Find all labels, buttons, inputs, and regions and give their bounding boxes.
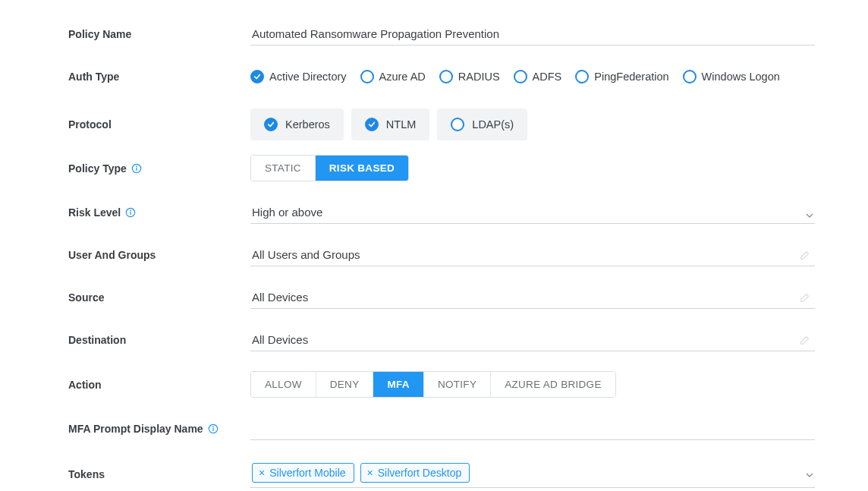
auth-type-option-label: ADFS [533,71,562,83]
checkbox-checked-icon [365,118,379,131]
svg-point-7 [212,426,214,428]
info-icon[interactable] [208,423,219,434]
row-protocol: Protocol KerberosNTLMLDAP(s) [68,108,815,141]
action-option[interactable]: DENY [316,372,374,397]
label-tokens: Tokens [68,468,250,480]
policy-type-option[interactable]: RISK BASED [316,156,408,181]
radio-checked-icon [250,70,264,83]
protocol-option-label: NTLM [386,118,416,131]
auth-type-option[interactable]: RADIUS [439,70,500,83]
chevron-down-icon [806,209,813,216]
label-mfa-prompt-text: MFA Prompt Display Name [68,423,203,435]
auth-type-option-label: Azure AD [379,71,426,83]
label-auth-type: Auth Type [68,71,250,83]
chevron-down-icon [806,469,813,477]
risk-level-select[interactable]: High or above [250,201,815,224]
tokens-multiselect[interactable]: ×Silverfort Mobile×Silverfort Desktop [250,460,815,488]
token-chip[interactable]: ×Silverfort Desktop [360,463,470,483]
label-risk-level: Risk Level [68,206,250,219]
token-chip[interactable]: ×Silverfort Mobile [252,463,354,483]
row-destination: Destination All Devices [68,329,815,351]
radio-unchecked-icon [514,70,527,83]
protocol-option[interactable]: NTLM [351,109,429,140]
pencil-icon[interactable] [800,335,810,345]
mfa-prompt-input[interactable] [250,417,815,440]
auth-type-group: Active DirectoryAzure ADRADIUSADFSPingFe… [250,70,780,83]
token-chip-label: Silverfort Mobile [269,467,345,479]
label-policy-type-text: Policy Type [68,162,127,175]
checkbox-checked-icon [264,118,278,131]
protocol-option-label: Kerberos [285,118,330,131]
destination-field[interactable]: All Devices [250,329,815,351]
label-user-groups: User And Groups [68,249,250,261]
info-icon[interactable] [125,207,136,218]
user-groups-value: All Users and Groups [252,248,360,261]
policy-name-input[interactable] [250,23,815,46]
action-option[interactable]: ALLOW [251,372,316,397]
auth-type-option[interactable]: Windows Logon [683,70,780,83]
radio-unchecked-icon [439,70,453,83]
auth-type-option[interactable]: PingFederation [575,70,668,83]
protocol-option-label: LDAP(s) [472,118,514,131]
svg-rect-2 [136,167,137,170]
label-protocol: Protocol [68,118,250,131]
label-policy-name: Policy Name [68,28,250,40]
row-policy-name: Policy Name [68,23,815,46]
radio-unchecked-icon [683,70,697,83]
protocol-group: KerberosNTLMLDAP(s) [250,109,527,140]
destination-value: All Devices [252,333,308,346]
svg-point-1 [136,165,137,167]
row-auth-type: Auth Type Active DirectoryAzure ADRADIUS… [68,65,815,88]
radio-unchecked-icon [575,70,589,83]
auth-type-option-label: RADIUS [458,71,500,83]
info-icon[interactable] [131,163,142,174]
label-destination: Destination [68,334,250,346]
close-icon[interactable]: × [367,467,373,478]
protocol-option[interactable]: Kerberos [250,109,344,140]
auth-type-option[interactable]: Azure AD [360,70,426,83]
row-policy-type: Policy Type STATICRISK BASED [68,155,815,181]
auth-type-option[interactable]: Active Directory [250,70,347,83]
row-risk-level: Risk Level High or above [68,201,815,224]
pencil-icon[interactable] [800,292,810,303]
auth-type-option[interactable]: ADFS [514,70,562,83]
source-field[interactable]: All Devices [250,286,815,309]
policy-form: Policy Name Auth Type Active DirectoryAz… [0,0,868,491]
label-mfa-prompt: MFA Prompt Display Name [68,423,250,435]
action-option[interactable]: AZURE AD BRIDGE [491,372,615,397]
risk-level-value: High or above [252,206,322,219]
action-option[interactable]: NOTIFY [424,372,491,397]
auth-type-option-label: Active Directory [269,71,347,83]
checkbox-unchecked-icon [451,118,464,131]
svg-point-4 [130,210,131,212]
row-source: Source All Devices [68,286,815,309]
label-action: Action [68,379,250,391]
auth-type-option-label: PingFederation [594,71,668,83]
policy-type-segment: STATICRISK BASED [250,155,409,181]
token-chip-label: Silverfort Desktop [378,467,461,479]
row-tokens: Tokens ×Silverfort Mobile×Silverfort Des… [68,460,815,488]
pencil-icon[interactable] [800,250,810,260]
row-action: Action ALLOWDENYMFANOTIFYAZURE AD BRIDGE [68,371,815,398]
label-source: Source [68,291,250,304]
protocol-option[interactable]: LDAP(s) [437,109,527,140]
radio-unchecked-icon [360,70,374,83]
svg-rect-5 [131,212,131,215]
action-segment: ALLOWDENYMFANOTIFYAZURE AD BRIDGE [250,371,616,398]
close-icon[interactable]: × [259,467,265,478]
action-option[interactable]: MFA [373,372,423,397]
row-mfa-prompt: MFA Prompt Display Name [68,417,815,440]
source-value: All Devices [252,291,308,304]
label-risk-level-text: Risk Level [68,206,121,219]
policy-type-option[interactable]: STATIC [251,156,316,181]
row-user-groups: User And Groups All Users and Groups [68,244,815,266]
auth-type-option-label: Windows Logon [702,71,780,83]
user-groups-field[interactable]: All Users and Groups [250,244,815,266]
svg-rect-8 [212,428,213,431]
label-policy-type: Policy Type [68,162,250,175]
